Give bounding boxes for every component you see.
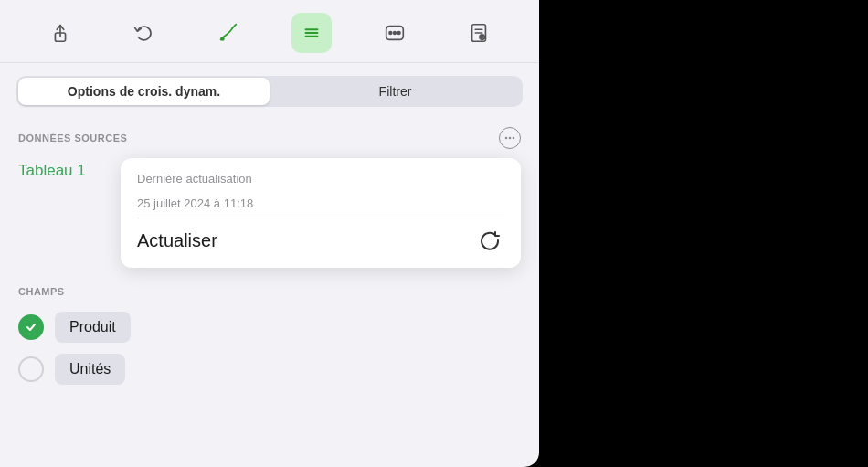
- svg-point-8: [394, 32, 397, 35]
- champs-section-label: CHAMPS: [0, 275, 539, 302]
- segment-control: Options de crois. dynam. Filtrer: [16, 76, 523, 107]
- svg-point-7: [389, 32, 392, 35]
- brush-button[interactable]: [207, 13, 248, 53]
- unites-chip[interactable]: Unités: [55, 354, 125, 385]
- svg-point-9: [398, 32, 401, 35]
- refresh-button[interactable]: [475, 226, 504, 255]
- svg-point-17: [509, 137, 512, 140]
- donnees-sources-section-label: DONNÉES SOURCES: [0, 116, 539, 154]
- data-source-row: Tableau 1 Dernière actualisation 25 juil…: [0, 154, 539, 275]
- last-update-text: Dernière actualisation 25 juillet 2024 à…: [137, 171, 504, 210]
- produit-chip[interactable]: Produit: [55, 312, 131, 343]
- svg-line-2: [233, 25, 237, 28]
- main-panel: Options de crois. dynam. Filtrer DONNÉES…: [0, 0, 539, 467]
- options-segment[interactable]: Options de crois. dynam.: [18, 78, 270, 105]
- menu-button[interactable]: [291, 13, 332, 53]
- produit-checkbox[interactable]: [18, 314, 44, 340]
- svg-point-15: [481, 36, 483, 38]
- share-button[interactable]: [40, 13, 80, 53]
- svg-point-3: [220, 37, 225, 41]
- tooltip-popup: Dernière actualisation 25 juillet 2024 à…: [121, 158, 521, 268]
- field-item-unites: Unités: [18, 348, 521, 390]
- actualiser-label[interactable]: Actualiser: [137, 230, 217, 251]
- field-item-produit: Produit: [18, 306, 521, 348]
- undo-button[interactable]: [123, 13, 164, 53]
- actualiser-row: Actualiser: [137, 226, 504, 255]
- donnees-sources-more-button[interactable]: [499, 127, 521, 149]
- champs-section: Produit Unités: [0, 302, 539, 390]
- unites-checkbox[interactable]: [18, 356, 44, 382]
- doc-button[interactable]: [459, 13, 499, 53]
- svg-point-16: [505, 137, 508, 140]
- filter-segment[interactable]: Filtrer: [270, 78, 521, 105]
- toolbar: [0, 0, 539, 63]
- more-button[interactable]: [375, 13, 415, 53]
- right-panel: [539, 0, 868, 467]
- svg-point-18: [513, 137, 515, 140]
- source-name[interactable]: Tableau 1: [18, 158, 110, 180]
- divider: [137, 218, 504, 218]
